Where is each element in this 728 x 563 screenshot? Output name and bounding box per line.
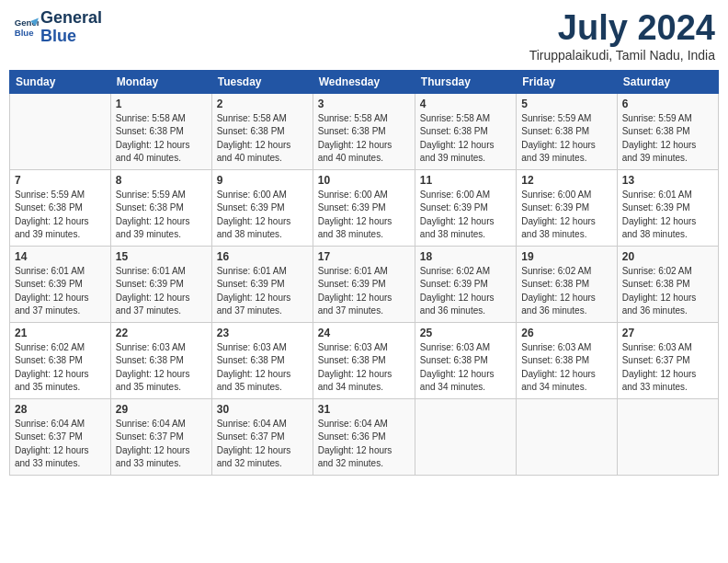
cell-content: Sunrise: 6:00 AM Sunset: 6:39 PM Dayligh… bbox=[521, 189, 611, 242]
cell-content: Sunrise: 6:03 AM Sunset: 6:38 PM Dayligh… bbox=[116, 341, 207, 395]
calendar-cell: 15Sunrise: 6:01 AM Sunset: 6:39 PM Dayli… bbox=[110, 246, 211, 322]
day-number: 21 bbox=[15, 327, 106, 339]
calendar-cell: 26Sunrise: 6:03 AM Sunset: 6:38 PM Dayli… bbox=[517, 322, 617, 398]
calendar-cell: 3Sunrise: 5:58 AM Sunset: 6:38 PM Daylig… bbox=[313, 93, 415, 169]
cell-content: Sunrise: 5:58 AM Sunset: 6:38 PM Dayligh… bbox=[116, 112, 207, 166]
day-number: 11 bbox=[420, 174, 511, 187]
cell-content: Sunrise: 6:04 AM Sunset: 6:37 PM Dayligh… bbox=[116, 418, 207, 471]
cell-content: Sunrise: 6:03 AM Sunset: 6:38 PM Dayligh… bbox=[217, 341, 308, 395]
calendar-cell: 14Sunrise: 6:01 AM Sunset: 6:39 PM Dayli… bbox=[10, 246, 111, 322]
cell-content: Sunrise: 5:58 AM Sunset: 6:38 PM Dayligh… bbox=[318, 112, 410, 166]
day-number: 20 bbox=[622, 250, 713, 263]
calendar-cell: 8Sunrise: 5:59 AM Sunset: 6:38 PM Daylig… bbox=[110, 169, 211, 246]
calendar-cell: 28Sunrise: 6:04 AM Sunset: 6:37 PM Dayli… bbox=[10, 398, 111, 475]
page-header: General Blue General Blue July 2024 Tiru… bbox=[9, 9, 719, 63]
cell-content: Sunrise: 5:59 AM Sunset: 6:38 PM Dayligh… bbox=[521, 112, 611, 166]
calendar-cell bbox=[10, 93, 111, 169]
calendar-cell bbox=[517, 398, 617, 475]
cell-content: Sunrise: 5:59 AM Sunset: 6:38 PM Dayligh… bbox=[15, 189, 106, 242]
day-number: 12 bbox=[521, 174, 611, 187]
calendar-cell: 27Sunrise: 6:03 AM Sunset: 6:37 PM Dayli… bbox=[617, 322, 718, 398]
title-area: July 2024 Tiruppalaikudi, Tamil Nadu, In… bbox=[529, 9, 715, 63]
day-number: 2 bbox=[217, 98, 308, 110]
week-row-4: 21Sunrise: 6:02 AM Sunset: 6:38 PM Dayli… bbox=[10, 322, 719, 398]
day-number: 17 bbox=[318, 250, 410, 263]
day-number: 14 bbox=[15, 250, 106, 263]
cell-content: Sunrise: 5:58 AM Sunset: 6:38 PM Dayligh… bbox=[217, 112, 308, 166]
header-cell-wednesday: Wednesday bbox=[313, 70, 415, 93]
calendar-cell: 30Sunrise: 6:04 AM Sunset: 6:37 PM Dayli… bbox=[211, 398, 313, 475]
header-row: SundayMondayTuesdayWednesdayThursdayFrid… bbox=[10, 70, 719, 93]
calendar-cell: 31Sunrise: 6:04 AM Sunset: 6:36 PM Dayli… bbox=[313, 398, 415, 475]
day-number: 29 bbox=[116, 403, 207, 416]
day-number: 31 bbox=[318, 403, 410, 416]
cell-content: Sunrise: 6:02 AM Sunset: 6:39 PM Dayligh… bbox=[420, 265, 511, 318]
day-number: 26 bbox=[521, 327, 611, 339]
cell-content: Sunrise: 6:04 AM Sunset: 6:37 PM Dayligh… bbox=[217, 418, 308, 471]
calendar-cell bbox=[617, 398, 718, 475]
day-number: 24 bbox=[318, 327, 410, 339]
cell-content: Sunrise: 6:01 AM Sunset: 6:39 PM Dayligh… bbox=[116, 265, 207, 318]
cell-content: Sunrise: 6:03 AM Sunset: 6:38 PM Dayligh… bbox=[420, 341, 511, 395]
day-number: 10 bbox=[318, 174, 410, 187]
cell-content: Sunrise: 6:04 AM Sunset: 6:37 PM Dayligh… bbox=[15, 418, 106, 471]
cell-content: Sunrise: 6:01 AM Sunset: 6:39 PM Dayligh… bbox=[15, 265, 106, 318]
calendar-cell: 10Sunrise: 6:00 AM Sunset: 6:39 PM Dayli… bbox=[313, 169, 415, 246]
cell-content: Sunrise: 6:04 AM Sunset: 6:36 PM Dayligh… bbox=[318, 418, 410, 471]
calendar-cell: 7Sunrise: 5:59 AM Sunset: 6:38 PM Daylig… bbox=[10, 169, 111, 246]
calendar-cell: 24Sunrise: 6:03 AM Sunset: 6:38 PM Dayli… bbox=[313, 322, 415, 398]
week-row-3: 14Sunrise: 6:01 AM Sunset: 6:39 PM Dayli… bbox=[10, 246, 719, 322]
day-number: 18 bbox=[420, 250, 511, 263]
cell-content: Sunrise: 5:59 AM Sunset: 6:38 PM Dayligh… bbox=[116, 189, 207, 242]
logo-icon: General Blue bbox=[13, 15, 39, 40]
cell-content: Sunrise: 6:02 AM Sunset: 6:38 PM Dayligh… bbox=[521, 265, 611, 318]
day-number: 27 bbox=[622, 327, 713, 339]
day-number: 9 bbox=[217, 174, 308, 187]
cell-content: Sunrise: 6:00 AM Sunset: 6:39 PM Dayligh… bbox=[318, 189, 410, 242]
logo: General Blue General Blue bbox=[13, 9, 102, 46]
calendar-cell: 19Sunrise: 6:02 AM Sunset: 6:38 PM Dayli… bbox=[517, 246, 617, 322]
calendar-cell: 1Sunrise: 5:58 AM Sunset: 6:38 PM Daylig… bbox=[110, 93, 211, 169]
cell-content: Sunrise: 6:02 AM Sunset: 6:38 PM Dayligh… bbox=[15, 341, 106, 395]
week-row-1: 1Sunrise: 5:58 AM Sunset: 6:38 PM Daylig… bbox=[10, 93, 719, 169]
calendar-cell: 9Sunrise: 6:00 AM Sunset: 6:39 PM Daylig… bbox=[211, 169, 313, 246]
cell-content: Sunrise: 6:03 AM Sunset: 6:37 PM Dayligh… bbox=[622, 341, 713, 395]
month-title: July 2024 bbox=[529, 9, 715, 48]
calendar-cell bbox=[415, 398, 516, 475]
header-cell-monday: Monday bbox=[110, 70, 211, 93]
week-row-5: 28Sunrise: 6:04 AM Sunset: 6:37 PM Dayli… bbox=[10, 398, 719, 475]
day-number: 22 bbox=[116, 327, 207, 339]
calendar-cell: 12Sunrise: 6:00 AM Sunset: 6:39 PM Dayli… bbox=[517, 169, 617, 246]
calendar-table: SundayMondayTuesdayWednesdayThursdayFrid… bbox=[9, 70, 719, 476]
day-number: 19 bbox=[521, 250, 611, 263]
day-number: 1 bbox=[116, 98, 207, 110]
day-number: 8 bbox=[116, 174, 207, 187]
day-number: 5 bbox=[521, 98, 611, 110]
svg-text:Blue: Blue bbox=[15, 28, 34, 38]
cell-content: Sunrise: 5:59 AM Sunset: 6:38 PM Dayligh… bbox=[622, 112, 713, 166]
calendar-cell: 20Sunrise: 6:02 AM Sunset: 6:38 PM Dayli… bbox=[617, 246, 718, 322]
day-number: 15 bbox=[116, 250, 207, 263]
calendar-cell: 6Sunrise: 5:59 AM Sunset: 6:38 PM Daylig… bbox=[617, 93, 718, 169]
cell-content: Sunrise: 6:03 AM Sunset: 6:38 PM Dayligh… bbox=[521, 341, 611, 395]
calendar-cell: 5Sunrise: 5:59 AM Sunset: 6:38 PM Daylig… bbox=[517, 93, 617, 169]
day-number: 13 bbox=[622, 174, 713, 187]
day-number: 6 bbox=[622, 98, 713, 110]
cell-content: Sunrise: 6:01 AM Sunset: 6:39 PM Dayligh… bbox=[622, 189, 713, 242]
header-cell-friday: Friday bbox=[517, 70, 617, 93]
logo-text: General Blue bbox=[40, 9, 102, 46]
cell-content: Sunrise: 6:00 AM Sunset: 6:39 PM Dayligh… bbox=[217, 189, 308, 242]
calendar-cell: 22Sunrise: 6:03 AM Sunset: 6:38 PM Dayli… bbox=[110, 322, 211, 398]
day-number: 16 bbox=[217, 250, 308, 263]
day-number: 3 bbox=[318, 98, 410, 110]
cell-content: Sunrise: 5:58 AM Sunset: 6:38 PM Dayligh… bbox=[420, 112, 511, 166]
calendar-cell: 16Sunrise: 6:01 AM Sunset: 6:39 PM Dayli… bbox=[211, 246, 313, 322]
cell-content: Sunrise: 6:01 AM Sunset: 6:39 PM Dayligh… bbox=[217, 265, 308, 318]
calendar-cell: 2Sunrise: 5:58 AM Sunset: 6:38 PM Daylig… bbox=[211, 93, 313, 169]
header-cell-sunday: Sunday bbox=[10, 70, 111, 93]
calendar-cell: 13Sunrise: 6:01 AM Sunset: 6:39 PM Dayli… bbox=[617, 169, 718, 246]
calendar-cell: 4Sunrise: 5:58 AM Sunset: 6:38 PM Daylig… bbox=[415, 93, 516, 169]
cell-content: Sunrise: 6:01 AM Sunset: 6:39 PM Dayligh… bbox=[318, 265, 410, 318]
calendar-cell: 23Sunrise: 6:03 AM Sunset: 6:38 PM Dayli… bbox=[211, 322, 313, 398]
calendar-cell: 17Sunrise: 6:01 AM Sunset: 6:39 PM Dayli… bbox=[313, 246, 415, 322]
